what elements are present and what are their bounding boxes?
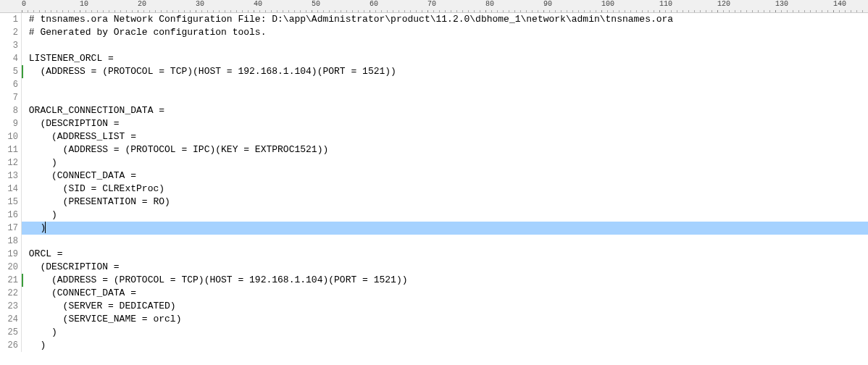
line-number: 4	[0, 52, 18, 65]
ruler-label: 30	[196, 0, 204, 8]
line-number: 12	[0, 156, 18, 169]
ruler-minor-tick	[480, 10, 480, 12]
code-line[interactable]: (CONNECT_DATA =	[22, 169, 868, 182]
code-editor[interactable]: 1234567891011121314151617181920212223242…	[0, 13, 868, 352]
ruler-minor-tick	[862, 10, 863, 12]
ruler-minor-tick	[341, 10, 341, 12]
code-line[interactable]	[22, 78, 868, 91]
code-line[interactable]: (PRESENTATION = RO)	[22, 196, 868, 209]
code-line[interactable]	[22, 235, 868, 248]
ruler-minor-tick	[445, 10, 446, 12]
ruler-label: 140	[833, 0, 846, 8]
ruler-minor-tick	[190, 10, 191, 12]
ruler-minor-tick	[538, 10, 538, 12]
code-line[interactable]: (DESCRIPTION =	[22, 117, 868, 130]
ruler-major-tick: 120	[717, 0, 730, 13]
code-line[interactable]: (SERVER = DEDICATED)	[22, 300, 868, 313]
ruler-minor-tick	[526, 10, 527, 12]
code-line[interactable]: LISTENER_ORCL =	[22, 52, 868, 65]
ruler-label: 110	[659, 0, 672, 8]
code-line[interactable]: ORACLR_CONNECTION_DATA =	[22, 104, 868, 117]
code-line[interactable]: (ADDRESS = (PROTOCOL = TCP)(HOST = 192.1…	[22, 274, 868, 287]
ruler-minor-tick	[619, 10, 619, 12]
ruler-label: 100	[601, 0, 614, 8]
code-line[interactable]: )	[22, 326, 868, 339]
ruler-minor-tick	[225, 10, 225, 12]
code-line[interactable]: )	[22, 156, 868, 169]
ruler-minor-tick	[451, 10, 451, 12]
ruler-major-tick: 60	[370, 0, 378, 13]
code-text: LISTENER_ORCL =	[23, 53, 114, 64]
code-line[interactable]: # Generated by Oracle configuration tool…	[22, 26, 868, 39]
line-number: 1	[0, 13, 18, 26]
code-line[interactable]: (CONNECT_DATA =	[22, 287, 868, 300]
ruler-major-tick: 70	[427, 0, 436, 13]
ruler-minor-tick	[352, 10, 353, 12]
ruler-minor-tick	[167, 10, 167, 12]
line-number: 9	[0, 117, 18, 130]
ruler-minor-tick	[630, 10, 631, 12]
code-text: (SID = CLRExtProc)	[23, 183, 164, 194]
code-text: (DESCRIPTION =	[23, 118, 120, 129]
code-text: (ADDRESS = (PROTOCOL = TCP)(HOST = 192.1…	[23, 66, 396, 77]
code-text: (SERVER = DEDICATED)	[23, 301, 176, 311]
ruler-label: 80	[485, 0, 494, 8]
ruler-label: 130	[775, 0, 788, 8]
ruler-minor-tick	[62, 10, 63, 12]
line-number: 21	[0, 274, 18, 287]
ruler-minor-tick	[283, 10, 283, 12]
ruler-minor-tick	[648, 10, 648, 12]
code-line[interactable]: (ADDRESS = (PROTOCOL = TCP)(HOST = 192.1…	[22, 65, 868, 78]
ruler-minor-tick	[596, 10, 596, 12]
ruler-major-tick: 130	[775, 0, 788, 13]
code-line[interactable]	[22, 91, 868, 104]
code-line[interactable]: (SERVICE_NAME = orcl)	[22, 313, 868, 326]
code-line[interactable]: )	[22, 339, 868, 352]
code-line[interactable]	[22, 39, 868, 52]
ruler-minor-tick	[387, 10, 388, 12]
ruler-minor-tick	[277, 10, 277, 12]
ruler-minor-tick	[184, 10, 185, 12]
ruler-minor-tick	[578, 10, 579, 12]
caret	[45, 222, 46, 233]
code-area[interactable]: # tnsnames.ora Network Configuration Fil…	[22, 13, 868, 352]
code-text: )	[23, 209, 57, 220]
code-line[interactable]: )	[22, 222, 868, 235]
ruler-minor-tick	[114, 10, 115, 12]
ruler-minor-tick	[735, 10, 735, 12]
ruler-minor-tick	[404, 10, 405, 12]
ruler-minor-tick	[51, 10, 51, 12]
line-number: 7	[0, 91, 18, 104]
code-line[interactable]: (DESCRIPTION =	[22, 261, 868, 274]
code-line[interactable]: (ADDRESS_LIST =	[22, 130, 868, 143]
code-line[interactable]: # tnsnames.ora Network Configuration Fil…	[22, 13, 868, 26]
ruler-minor-tick	[694, 10, 695, 12]
ruler-minor-tick	[590, 10, 591, 12]
code-text: )	[23, 157, 57, 168]
ruler-minor-tick	[816, 10, 817, 12]
code-text: ORCL =	[23, 248, 63, 259]
ruler-minor-tick	[109, 10, 109, 12]
line-number: 14	[0, 182, 18, 196]
ruler-minor-tick	[120, 10, 121, 12]
code-text: (SERVICE_NAME = orcl)	[23, 314, 181, 324]
code-text: )	[23, 327, 57, 337]
ruler-minor-tick	[68, 10, 69, 12]
code-line[interactable]: )	[22, 209, 868, 222]
ruler-minor-tick	[346, 10, 347, 12]
ruler-minor-tick	[422, 10, 422, 12]
ruler-minor-tick	[271, 10, 272, 12]
code-line[interactable]: (ADDRESS = (PROTOCOL = IPC)(KEY = EXTPRO…	[22, 143, 868, 156]
ruler-minor-tick	[213, 10, 214, 12]
ruler-major-tick: 110	[659, 0, 672, 13]
ruler-minor-tick	[764, 10, 764, 12]
code-line[interactable]: ORCL =	[22, 248, 868, 261]
ruler-major-tick: 20	[138, 0, 146, 13]
code-line[interactable]: (SID = CLRExtProc)	[22, 182, 868, 196]
ruler-minor-tick	[677, 10, 677, 12]
ruler-minor-tick	[711, 10, 712, 12]
change-marker	[22, 65, 23, 78]
ruler-major-tick: 90	[543, 0, 552, 13]
ruler-minor-tick	[514, 10, 515, 12]
ruler-minor-tick	[474, 10, 475, 12]
